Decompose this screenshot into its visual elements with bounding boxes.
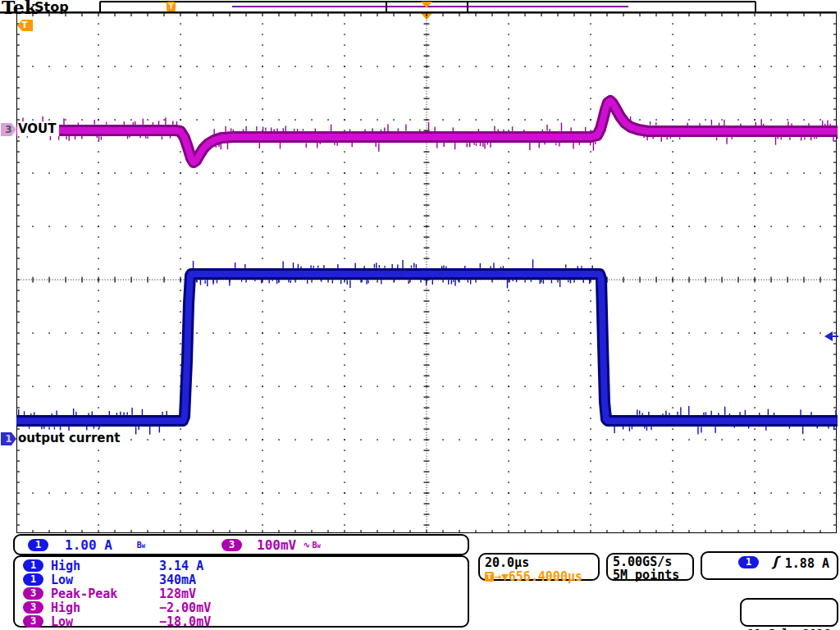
trigger-source-badge: 1 bbox=[738, 556, 759, 568]
horizontal-timebase-readout[interactable]: 20.0µs T→▼656.4000µs bbox=[478, 553, 600, 581]
ch3-badge: 3 bbox=[23, 587, 43, 600]
ch3-badge: 3 bbox=[23, 601, 43, 614]
measurement-row: 3 Peak-Peak 128mV bbox=[15, 587, 468, 600]
measurement-value: 128mV bbox=[159, 587, 196, 601]
ch3-badge: 3 bbox=[221, 539, 242, 551]
measurement-row: 1 Low 340mA bbox=[15, 573, 468, 587]
ch3-waveform-label: VOUT bbox=[17, 121, 59, 136]
acquisition-readout[interactable]: 5.00GS/s 5M points bbox=[606, 553, 694, 581]
measurement-value: −18.0mV bbox=[159, 614, 211, 629]
ch3-bandwidth-icon: BW bbox=[312, 541, 320, 550]
measurement-value: −2.00mV bbox=[159, 600, 211, 615]
ch3-scale-value: 100mV bbox=[257, 537, 296, 553]
trigger-delay-readout: T→▼656.4000µs bbox=[485, 570, 598, 583]
measurement-name: Peak-Peak bbox=[51, 587, 159, 601]
oscilloscope-screen: Tek Stop T T 3 1 VOUT output current 1 1… bbox=[0, 0, 840, 630]
date-value: 11 Jul 2016 bbox=[747, 627, 833, 630]
ch1-badge: 1 bbox=[28, 539, 48, 551]
measurement-name: Low bbox=[51, 573, 159, 587]
ch1-scale-value: 1.00 A bbox=[65, 537, 112, 553]
delay-value: 656.4000µs bbox=[509, 569, 582, 584]
measurement-name: High bbox=[51, 559, 159, 573]
ch1-waveform-label: output current bbox=[17, 431, 122, 445]
trigger-level-value: 1.88 A bbox=[785, 556, 829, 571]
channel-scale-readout-bar[interactable]: 1 1.00 A BW 3 100mV ∿ BW bbox=[13, 534, 469, 555]
measurement-value: 3.14 A bbox=[159, 559, 203, 573]
ch1-badge: 1 bbox=[23, 559, 43, 572]
measurement-name: High bbox=[51, 600, 159, 615]
measurement-row: 3 High −2.00mV bbox=[15, 600, 468, 614]
ch3-ac-coupling-icon: ∿ bbox=[303, 540, 310, 550]
measurements-panel[interactable]: 1 High 3.14 A 1 Low 340mA 3 Peak-Peak 12… bbox=[13, 555, 469, 628]
trigger-level-line bbox=[832, 336, 838, 337]
triangle-down-icon: ▼ bbox=[501, 572, 508, 582]
measurement-row: 1 High 3.14 A bbox=[15, 559, 468, 573]
ch1-bandwidth-icon: BW bbox=[137, 541, 145, 550]
trigger-readout[interactable]: 1 ʃ 1.88 A bbox=[701, 551, 838, 580]
datetime-readout: 11 Jul 2016 14:41:30 bbox=[740, 598, 838, 627]
ch1-badge: 1 bbox=[23, 573, 43, 586]
timebase-scale: 20.0µs bbox=[485, 555, 598, 570]
measurement-name: Low bbox=[51, 614, 159, 629]
waveform-ch3 bbox=[16, 101, 838, 162]
arrow-right-icon: → bbox=[494, 572, 501, 582]
record-length: 5M points bbox=[613, 568, 692, 582]
sample-rate: 5.00GS/s bbox=[613, 555, 692, 568]
rising-edge-icon: ʃ bbox=[773, 554, 778, 569]
ch3-badge: 3 bbox=[23, 615, 43, 628]
trigger-t-icon: T bbox=[485, 572, 494, 582]
graticule-top-edge bbox=[0, 11, 837, 14]
measurement-value: 340mA bbox=[159, 573, 196, 587]
measurement-row: 3 Low −18.0mV bbox=[15, 614, 468, 628]
